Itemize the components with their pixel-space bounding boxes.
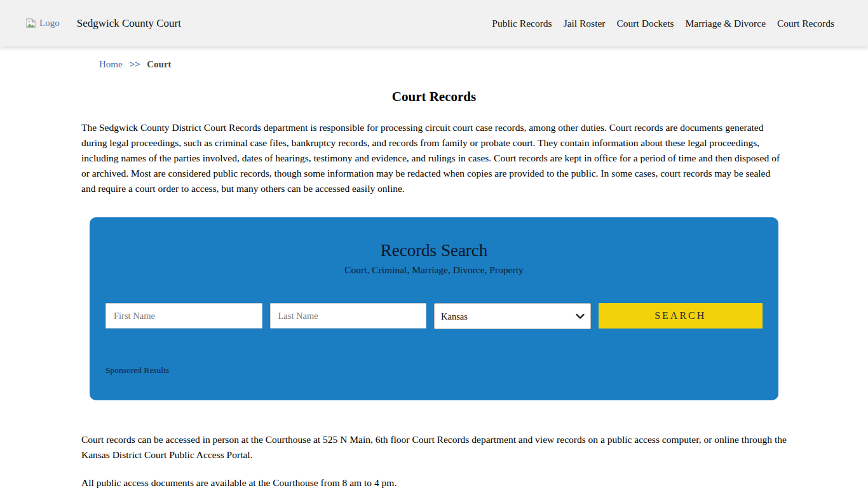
outro-paragraph-access: Court records can be accessed in person … (81, 432, 787, 463)
records-search-panel: Records Search Court, Criminal, Marriage… (90, 217, 778, 400)
breadcrumb: Home >> Court (99, 59, 868, 70)
main-nav: Public Records Jail Roster Court Dockets… (492, 18, 834, 29)
breadcrumb-current: Court (147, 59, 171, 69)
nav-court-dockets[interactable]: Court Dockets (617, 18, 674, 29)
logo-link[interactable]: Logo (25, 18, 60, 29)
search-panel-title: Records Search (105, 240, 763, 261)
search-panel-subtitle: Court, Criminal, Marriage, Divorce, Prop… (105, 264, 763, 276)
search-form: Kansas SEARCH (105, 303, 763, 329)
state-select[interactable]: Kansas (434, 303, 591, 329)
breadcrumb-separator: >> (129, 59, 140, 69)
outro-paragraph-hours: All public access documents are availabl… (81, 475, 787, 488)
breadcrumb-home-link[interactable]: Home (99, 59, 123, 69)
main-content: Court Records The Sedgwick County Distri… (81, 89, 787, 488)
intro-paragraph: The Sedgwick County District Court Recor… (81, 120, 787, 196)
first-name-input[interactable] (105, 303, 262, 329)
site-header: Logo Sedgwick County Court Public Record… (0, 0, 868, 46)
nav-public-records[interactable]: Public Records (492, 18, 552, 29)
logo-alt-text: Logo (39, 18, 60, 28)
broken-image-icon: Logo (25, 18, 60, 29)
sponsored-results-label: Sponsored Results (105, 365, 763, 376)
nav-court-records[interactable]: Court Records (777, 18, 834, 29)
nav-marriage-divorce[interactable]: Marriage & Divorce (685, 18, 766, 29)
last-name-input[interactable] (270, 303, 427, 329)
site-title: Sedgwick County Court (77, 17, 181, 30)
nav-jail-roster[interactable]: Jail Roster (564, 18, 606, 29)
page-title: Court Records (81, 89, 787, 105)
search-button[interactable]: SEARCH (599, 303, 763, 329)
